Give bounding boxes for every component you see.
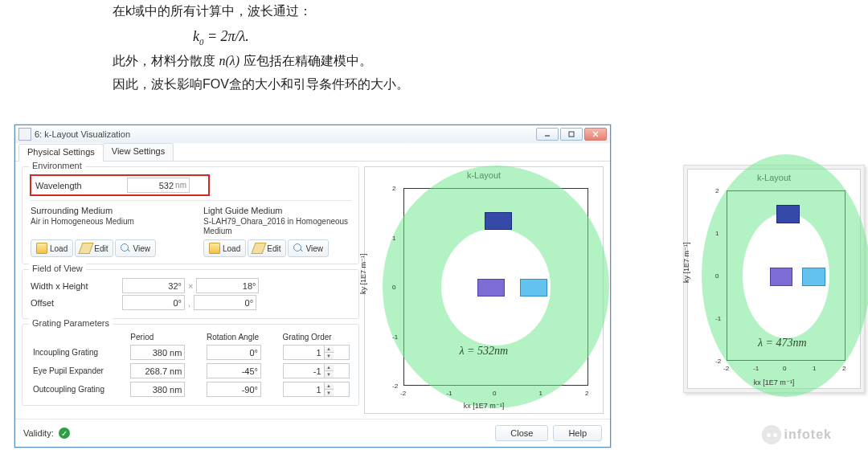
grating-parameters-group: Grating Parameters Period Rotation Angle…: [22, 324, 359, 406]
rotation-input[interactable]: 0°: [207, 345, 261, 360]
plot-axes: λ = 473nm: [727, 190, 845, 361]
lightguide-medium: Light Guide Medium S-LAH79_Ohara_2016 in…: [203, 206, 352, 257]
tab-view-settings[interactable]: View Settings: [103, 143, 174, 161]
watermark: infotek: [762, 425, 832, 444]
pencil-icon: [79, 243, 94, 254]
y-tick: 0: [392, 284, 395, 291]
x-tick: 2: [585, 390, 588, 397]
fov-width-input[interactable]: 32°: [122, 278, 185, 293]
surrounding-edit-button[interactable]: Edit: [75, 239, 113, 257]
y-tick: 2: [715, 187, 719, 194]
k-layout-plot-main: k-Layout λ = 532nm kx [1E7 m⁻¹] ky [1E7 …: [364, 166, 604, 414]
y-tick: -2: [715, 358, 721, 365]
x-tick: 0: [783, 365, 786, 372]
intro-formula: k0 = 2π/λ.: [193, 23, 409, 50]
plot-axes: λ = 532nm: [403, 188, 588, 386]
k-layout-visualization-window: 6: k-Layout Visualization Physical Setti…: [14, 125, 611, 448]
x-tick: -2: [400, 390, 406, 397]
lightguide-edit-button[interactable]: Edit: [248, 239, 286, 257]
y-tick: -1: [392, 333, 398, 341]
offset-label: Offset: [31, 298, 119, 308]
help-button[interactable]: Help: [553, 425, 602, 441]
surrounding-medium: Surrounding Medium Air in Homogeneous Me…: [31, 206, 179, 257]
wavelength-label: Wavelength: [35, 181, 124, 190]
order-stepper[interactable]: 1▲▼: [283, 345, 350, 360]
y-tick: 1: [715, 230, 719, 237]
rotation-input[interactable]: -45°: [207, 363, 261, 378]
x-tick: 2: [842, 365, 845, 372]
x-tick: -1: [447, 390, 452, 397]
k-layout-plot-473nm: k-Layout λ = 473nm kx [1E7 m⁻¹] ky [1E7 …: [687, 169, 861, 389]
validity-ok-icon: ✓: [59, 427, 70, 439]
y-tick: -1: [715, 315, 721, 322]
folder-icon: [36, 243, 47, 254]
lightguide-view-button[interactable]: View: [288, 239, 329, 257]
magnifier-icon: [293, 243, 303, 253]
svg-rect-1: [569, 132, 574, 137]
order-stepper[interactable]: -1▲▼: [283, 363, 350, 378]
tab-physical-settings[interactable]: Physical Settings: [18, 144, 104, 162]
environment-legend: Environment: [29, 161, 85, 170]
app-icon: [18, 128, 31, 141]
wavelength-input[interactable]: 532 nm: [127, 178, 190, 193]
intro-line3: 因此，波长影响FOV盒的大小和引导条件环的大小。: [113, 73, 409, 96]
order-stepper[interactable]: 1▲▼: [283, 382, 350, 397]
fov-height-input[interactable]: 18°: [196, 278, 259, 293]
x-tick: 1: [539, 390, 542, 397]
y-tick: 0: [715, 272, 719, 280]
period-input[interactable]: 380 nm: [130, 382, 185, 397]
wechat-icon: [762, 425, 781, 444]
magnifier-icon: [121, 243, 130, 253]
x-tick: -1: [753, 365, 759, 372]
close-dialog-button[interactable]: Close: [495, 425, 548, 441]
folder-icon: [209, 243, 220, 254]
x-tick: 0: [493, 390, 496, 397]
tabs: Physical Settings View Settings: [15, 143, 610, 162]
y-tick: 2: [392, 185, 395, 192]
intro-line1: 在k域中的所有计算中，波长通过：: [113, 0, 409, 23]
fov-offset-y-input[interactable]: 0°: [194, 295, 256, 310]
y-tick: -2: [392, 382, 398, 390]
width-height-label: Width x Height: [31, 281, 119, 291]
x-tick: -2: [723, 365, 729, 372]
rotation-input[interactable]: -90°: [207, 382, 261, 397]
maximize-button[interactable]: [560, 128, 583, 141]
grating-name: Incoupling Grating: [31, 343, 128, 362]
validity-label: Validity:: [23, 428, 54, 438]
surrounding-view-button[interactable]: View: [115, 239, 156, 257]
intro-line2: 此外，材料分散度 n(λ) 应包括在精确建模中。: [113, 50, 409, 73]
period-input[interactable]: 380 nm: [130, 345, 185, 360]
grating-name: Eye Pupil Expander: [31, 362, 128, 380]
lightguide-load-button[interactable]: Load: [203, 239, 246, 257]
y-tick: 1: [392, 235, 395, 242]
grating-row: Incoupling Grating380 nm0°1▲▼: [31, 343, 352, 362]
grating-name: Outcoupling Grating: [31, 380, 128, 399]
grating-row: Eye Pupil Expander268.7 nm-45°-1▲▼: [31, 362, 352, 380]
fov-group: Field of View Width x Height 32° × 18° O…: [22, 269, 359, 319]
close-button[interactable]: [584, 128, 607, 141]
side-plot-card: k-Layout λ = 473nm kx [1E7 m⁻¹] ky [1E7 …: [683, 165, 865, 393]
minimize-button[interactable]: [536, 128, 559, 141]
pencil-icon: [252, 243, 267, 254]
titlebar[interactable]: 6: k-Layout Visualization: [15, 125, 610, 144]
grating-row: Outcoupling Grating380 nm-90°1▲▼: [31, 380, 352, 399]
window-title: 6: k-Layout Visualization: [35, 129, 130, 139]
environment-group: Environment Wavelength 532 nm Surroundin…: [22, 166, 359, 264]
fov-offset-x-input[interactable]: 0°: [122, 295, 185, 310]
surrounding-load-button[interactable]: Load: [31, 239, 73, 257]
x-tick: 1: [813, 365, 816, 372]
period-input[interactable]: 268.7 nm: [130, 363, 185, 378]
